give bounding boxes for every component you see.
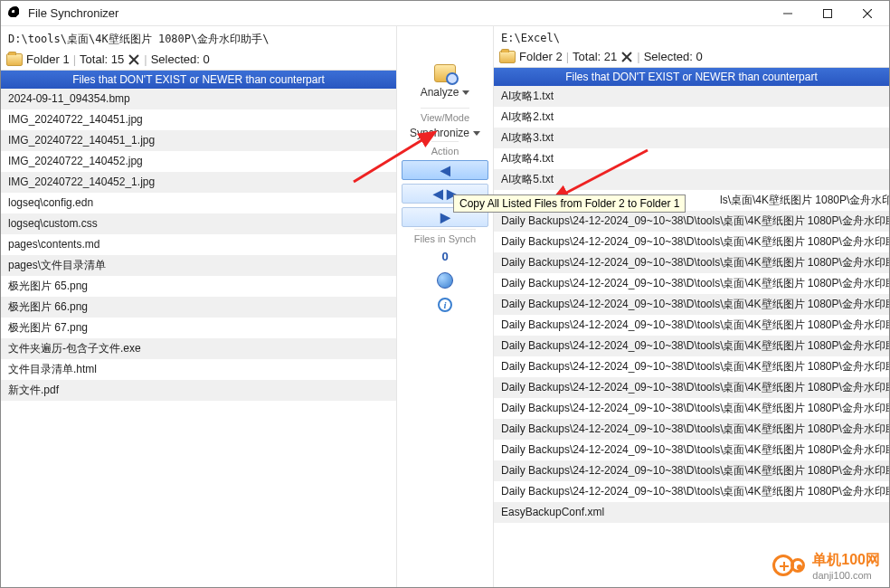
list-item[interactable]: 极光图片 65.png xyxy=(1,276,396,297)
folder-icon[interactable] xyxy=(499,51,516,63)
selected-label: Selected: 0 xyxy=(644,50,703,63)
arrow-right-icon: ▶ xyxy=(440,210,450,224)
synch-count: 0 xyxy=(441,246,448,267)
watermark-text2: danji100.com xyxy=(812,570,880,581)
list-item[interactable]: Daily Backups\24-12-2024_09~10~38\D\tool… xyxy=(494,460,889,481)
list-item[interactable]: AI攻略4.txt xyxy=(494,148,889,169)
list-item[interactable]: 2024-09-11_094354.bmp xyxy=(1,89,396,109)
list-item[interactable]: Daily Backups\24-12-2024_09~10~38\D\tool… xyxy=(494,377,889,398)
watermark-text1: 单机100网 xyxy=(812,551,880,570)
list-item[interactable]: IMG_20240722_140452.jpg xyxy=(1,151,396,172)
list-item[interactable]: Daily Backups\24-12-2024_09~10~38\D\tool… xyxy=(494,273,889,294)
action-label: Action xyxy=(431,141,459,158)
list-item[interactable]: logseq\custom.css xyxy=(1,213,396,234)
list-item[interactable]: pages\文件目录清单 xyxy=(1,255,396,276)
list-item[interactable]: 新文件.pdf xyxy=(1,380,396,401)
list-item[interactable]: Daily Backups\24-12-2024_09~10~38\D\tool… xyxy=(494,211,889,232)
arrow-left-icon: ◀ xyxy=(440,163,450,177)
titlebar[interactable]: File Synchronizer xyxy=(1,1,889,26)
list-item[interactable]: EasyBackupConf.xml xyxy=(494,502,889,523)
left-file-list[interactable]: 2024-09-11_094354.bmpIMG_20240722_140451… xyxy=(1,89,396,587)
list-item[interactable]: Daily Backups\24-12-2024_09~10~38\D\tool… xyxy=(494,419,889,440)
folder-label: Folder 1 xyxy=(26,52,70,66)
list-item[interactable]: AI攻略3.txt xyxy=(494,128,889,148)
list-item[interactable]: Daily Backups\24-12-2024_09~10~38\D\tool… xyxy=(494,481,889,502)
chevron-down-icon xyxy=(462,90,469,95)
tooltip: Copy All Listed Files from Folder 2 to F… xyxy=(453,194,686,213)
list-item[interactable]: 文件夹遍历-包含子文件.exe xyxy=(1,338,396,359)
folder-icon[interactable] xyxy=(6,53,23,66)
analyze-button[interactable]: Analyze xyxy=(397,64,493,100)
analyze-label: Analyze xyxy=(421,86,459,99)
list-item[interactable]: Daily Backups\24-12-2024_09~10~38\D\tool… xyxy=(494,315,889,336)
window-title: File Synchronizer xyxy=(28,6,768,20)
left-column-header[interactable]: Files that DON'T EXIST or NEWER than cou… xyxy=(1,71,396,89)
total-label: Total: 15 xyxy=(80,52,124,66)
list-item[interactable]: 极光图片 67.png xyxy=(1,318,396,338)
list-item[interactable]: IMG_20240722_140451.jpg xyxy=(1,109,396,130)
clear-icon[interactable] xyxy=(620,51,633,63)
clear-icon[interactable] xyxy=(128,53,140,66)
list-item[interactable]: logseq\config.edn xyxy=(1,193,396,213)
view-mode-label: View/Mode xyxy=(421,108,469,125)
list-item[interactable]: AI攻略2.txt xyxy=(494,107,889,128)
center-panel: Analyze View/Mode Synchronize Action ◀ ◀… xyxy=(396,26,494,587)
minimize-button[interactable] xyxy=(768,1,808,26)
synchronize-label: Synchronize xyxy=(410,127,469,139)
list-item[interactable]: AI攻略1.txt xyxy=(494,86,889,107)
list-item[interactable]: Daily Backups\24-12-2024_09~10~38\D\tool… xyxy=(494,252,889,273)
list-item[interactable]: IMG_20240722_140452_1.jpg xyxy=(1,172,396,193)
synchronize-dropdown[interactable]: Synchronize xyxy=(410,125,480,141)
files-in-synch-label: Files in Synch xyxy=(414,229,476,246)
analyze-icon xyxy=(434,64,456,82)
left-panel: D:\tools\桌面\4K壁纸图片 1080P\金舟水印助手\ Folder … xyxy=(1,26,396,587)
folder-label: Folder 2 xyxy=(519,50,563,63)
selected-label: Selected: 0 xyxy=(151,52,210,66)
left-path[interactable]: D:\tools\桌面\4K壁纸图片 1080P\金舟水印助手\ xyxy=(1,26,396,51)
list-item[interactable]: Daily Backups\24-12-2024_09~10~38\D\tool… xyxy=(494,232,889,252)
right-path[interactable]: E:\Excel\ xyxy=(494,26,889,48)
watermark: 单机100网 danji100.com xyxy=(772,549,880,582)
app-icon xyxy=(8,6,23,21)
list-item[interactable]: AI攻略5.txt xyxy=(494,169,889,190)
chevron-down-icon xyxy=(473,131,480,136)
watermark-icon xyxy=(772,549,805,582)
right-stats: Folder 2 | Total: 21 | Selected: 0 xyxy=(494,48,889,68)
list-item[interactable]: 极光图片 66.png xyxy=(1,297,396,318)
maximize-button[interactable] xyxy=(808,1,847,26)
total-label: Total: 21 xyxy=(573,50,617,63)
right-panel: E:\Excel\ Folder 2 | Total: 21 | Selecte… xyxy=(494,26,889,587)
info-icon[interactable]: i xyxy=(438,298,452,312)
close-button[interactable] xyxy=(847,1,887,26)
left-stats: Folder 1 | Total: 15 | Selected: 0 xyxy=(1,51,396,71)
list-item[interactable]: 文件目录清单.html xyxy=(1,359,396,380)
list-item[interactable]: Daily Backups\24-12-2024_09~10~38\D\tool… xyxy=(494,440,889,460)
svg-rect-1 xyxy=(824,9,832,17)
right-file-list[interactable]: AI攻略1.txtAI攻略2.txtAI攻略3.txtAI攻略4.txtAI攻略… xyxy=(494,86,889,587)
copy-right-to-left-button[interactable]: ◀ xyxy=(402,160,488,180)
list-item[interactable]: Daily Backups\24-12-2024_09~10~38\D\tool… xyxy=(494,336,889,356)
right-column-header[interactable]: Files that DON'T EXIST or NEWER than cou… xyxy=(494,68,889,86)
list-item[interactable]: pages\contents.md xyxy=(1,234,396,255)
list-item[interactable]: Daily Backups\24-12-2024_09~10~38\D\tool… xyxy=(494,294,889,315)
list-item[interactable]: Daily Backups\24-12-2024_09~10~38\D\tool… xyxy=(494,356,889,377)
globe-icon[interactable] xyxy=(437,272,453,289)
list-item[interactable]: IMG_20240722_140451_1.jpg xyxy=(1,130,396,151)
list-item[interactable]: Daily Backups\24-12-2024_09~10~38\D\tool… xyxy=(494,398,889,419)
